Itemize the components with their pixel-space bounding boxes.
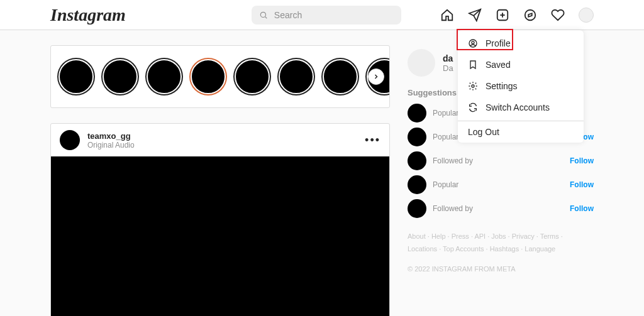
menu-item-switch[interactable]: Switch Accounts — [458, 97, 584, 118]
svg-line-1 — [265, 16, 267, 18]
chevron-right-icon — [372, 73, 380, 80]
menu-label: Saved — [486, 60, 511, 70]
suggestion-row: Followed byFollow — [408, 151, 594, 170]
post-author-username[interactable]: teamxo_gg — [87, 131, 135, 141]
home-icon[interactable] — [440, 8, 454, 22]
story-avatar[interactable] — [191, 59, 226, 94]
menu-label: Switch Accounts — [486, 102, 550, 112]
story-avatar[interactable] — [58, 59, 94, 94]
search-placeholder: Search — [274, 10, 302, 20]
side-user-avatar[interactable] — [408, 49, 435, 77]
post-more-button[interactable]: ••• — [365, 134, 380, 147]
menu-label: Profile — [486, 38, 511, 48]
nav-icons — [440, 8, 594, 23]
side-column: Profile Saved Settings Switch Accounts L… — [408, 45, 594, 316]
suggestion-avatar[interactable] — [408, 128, 426, 146]
svg-marker-6 — [528, 13, 532, 17]
profile-avatar-button[interactable] — [579, 8, 594, 23]
menu-label: Settings — [486, 81, 518, 91]
story-avatar[interactable] — [323, 59, 358, 94]
messages-icon[interactable] — [468, 8, 482, 22]
footer-links[interactable]: About · Help · Press · API · Jobs · Priv… — [408, 231, 594, 256]
suggestions-title: Suggestions F — [408, 88, 464, 97]
follow-button[interactable]: Follow — [570, 180, 594, 189]
stories-next-button[interactable] — [368, 68, 384, 85]
follow-button[interactable]: Follow — [570, 204, 594, 213]
explore-icon[interactable] — [523, 8, 537, 22]
feed-column: teamxo_gg Original Audio ••• — [50, 45, 390, 316]
post-subtitle[interactable]: Original Audio — [87, 141, 135, 150]
post-header: teamxo_gg Original Audio ••• — [51, 124, 389, 156]
menu-item-profile[interactable]: Profile — [458, 33, 584, 54]
suggestion-subtext: Followed by — [433, 204, 473, 213]
menu-item-logout[interactable]: Log Out — [458, 121, 584, 143]
menu-item-settings[interactable]: Settings — [458, 75, 584, 97]
suggestion-avatar[interactable] — [408, 151, 426, 170]
gear-icon — [468, 81, 478, 91]
svg-point-5 — [525, 9, 536, 20]
svg-point-8 — [472, 41, 474, 44]
post-author-avatar[interactable] — [60, 130, 80, 150]
new-post-icon[interactable] — [496, 8, 509, 22]
footer: About · Help · Press · API · Jobs · Priv… — [408, 231, 594, 275]
suggestion-subtext: Popular — [433, 180, 458, 189]
suggestion-subtext: Popular — [433, 109, 458, 117]
suggestion-avatar[interactable] — [408, 104, 426, 123]
activity-icon[interactable] — [551, 8, 565, 22]
story-avatar[interactable] — [235, 59, 270, 94]
story-avatar[interactable] — [103, 59, 138, 94]
menu-label: Log Out — [468, 127, 499, 137]
search-input[interactable]: Search — [252, 6, 401, 25]
footer-copyright: © 2022 INSTAGRAM FROM META — [408, 263, 594, 276]
profile-menu: Profile Saved Settings Switch Accounts L… — [458, 30, 584, 143]
logo[interactable]: Instagram — [50, 5, 126, 25]
suggestion-row: Followed byFollow — [408, 199, 594, 218]
side-user-username[interactable]: da — [443, 53, 453, 63]
svg-point-9 — [472, 85, 474, 87]
suggestion-avatar[interactable] — [408, 175, 426, 194]
bookmark-icon — [468, 60, 478, 70]
suggestion-row: PopularFollow — [408, 175, 594, 194]
top-nav: Instagram Search — [0, 0, 644, 30]
side-user-display: Da — [443, 63, 453, 73]
story-avatar[interactable] — [279, 59, 314, 94]
switch-icon — [468, 102, 478, 112]
profile-icon — [468, 38, 478, 48]
menu-item-saved[interactable]: Saved — [458, 54, 584, 75]
feed-post: teamxo_gg Original Audio ••• — [50, 123, 390, 316]
suggestion-subtext: Followed by — [433, 156, 473, 165]
post-media[interactable] — [51, 156, 389, 316]
svg-point-0 — [260, 12, 265, 17]
story-avatar[interactable] — [147, 59, 182, 94]
suggestion-avatar[interactable] — [408, 199, 426, 218]
main: teamxo_gg Original Audio ••• Profile Sav… — [0, 30, 644, 316]
suggestion-subtext: Popular — [433, 133, 458, 141]
stories-tray — [50, 45, 390, 108]
search-icon — [259, 11, 268, 19]
follow-button[interactable]: Follow — [570, 156, 594, 165]
